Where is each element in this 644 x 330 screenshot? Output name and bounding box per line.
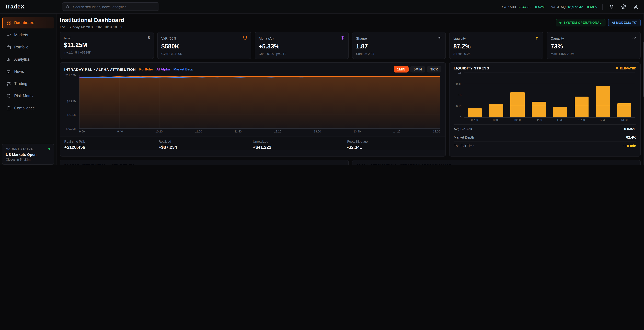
market-status-label: MARKET STATUS	[6, 147, 33, 150]
intraday-pnl-panel: INTRADAY P&L • ALPHA ATTRIBUTION Portfol…	[60, 62, 446, 156]
pnl-stat: Unrealized +$41,222	[253, 140, 347, 150]
sidebar-label: Risk Matrix	[14, 94, 34, 98]
sidebar: Dashboard Markets Portfolio Analytics Ne…	[0, 14, 56, 165]
liquidity-stat-row: Avg Bid-Ask 0.035%	[454, 125, 636, 133]
pulse-icon	[438, 35, 442, 41]
page-title: Institutional Dashboard	[60, 17, 124, 24]
user-profile-icon[interactable]	[632, 3, 639, 10]
pnl-stat: Real-time P&L +$128,456	[64, 140, 159, 150]
sidebar-label: Trading	[14, 82, 27, 86]
brain-icon	[340, 35, 344, 41]
sidebar-item-markets[interactable]: Markets	[2, 29, 54, 41]
system-status-dot	[560, 22, 562, 24]
main-content: Institutional Dashboard Live • Sunday, M…	[56, 14, 644, 165]
liquidity-bar	[553, 107, 567, 117]
pnl-legend: PortfolioAI AlphaMarket Beta	[139, 67, 192, 71]
liquidity-bar	[596, 86, 610, 117]
notifications-bell-icon[interactable]	[608, 3, 615, 10]
liquidity-bar	[510, 92, 524, 117]
kpi-sub: CVaR: $1100K	[161, 52, 247, 56]
sidebar-item-compliance[interactable]: Compliance	[2, 102, 54, 114]
timeframe-buttons: 1MIN5MINTICK	[394, 66, 442, 73]
index-change: +0.68%	[585, 5, 597, 9]
liquidity-chart: 00.150.30.450.6 09:3010:0010:3011:0011:3…	[454, 72, 636, 122]
kpi-sub: ↑ +1.14% | +$128K	[64, 51, 150, 54]
sidebar-item-dashboard[interactable]: Dashboard	[2, 17, 54, 29]
dollar-icon: $	[148, 35, 150, 40]
sidebar-label: Compliance	[14, 106, 35, 110]
liquidity-stat-row: Est. Exit Time ~18 min	[454, 142, 636, 150]
liquidity-x-axis: 09:3010:0010:3011:0011:3012:0012:3013:00	[464, 119, 635, 122]
index-label: NASDAQ	[551, 5, 566, 9]
ai-models-badge: AI MODELS: 7/7	[608, 19, 640, 27]
global-search[interactable]	[62, 2, 159, 11]
pnl-stat: Fees/Slippage -$2,341	[347, 140, 442, 150]
index-label: S&P 500	[502, 5, 516, 9]
index-value: 5,847.32	[518, 5, 532, 9]
kpi-value: $580K	[161, 43, 247, 50]
pnl-x-axis: 9:009:4010:2011:0011:4012:2013:0013:4014…	[79, 130, 440, 133]
kpi-capacity: Capacity 73% Max: $45M AUM	[546, 32, 640, 59]
kpi-liquidity: Liquidity 87.2% Stress: 0.28	[449, 32, 544, 59]
trend-up-icon	[632, 35, 636, 41]
sidebar-item-analytics[interactable]: Analytics	[2, 54, 54, 65]
elevated-badge: ELEVATED	[616, 66, 636, 70]
market-open-dot	[48, 148, 50, 150]
pnl-y-axis: $11.63M$5.95M$2.95M$-0.05M	[64, 75, 78, 129]
timeframe-button[interactable]: TICK	[427, 66, 442, 73]
sidebar-label: Portfolio	[14, 45, 28, 49]
market-indices: S&P 500 5,847.32 +0.52% NASDAQ 18,972.42…	[502, 5, 597, 9]
settings-gear-icon[interactable]	[620, 3, 627, 10]
kpi-value: $11.25M	[64, 42, 150, 49]
sidebar-item-portfolio[interactable]: Portfolio	[2, 41, 54, 53]
liquidity-plot-area	[464, 73, 635, 118]
liquidity-bar	[617, 103, 631, 117]
legend-item[interactable]: Portfolio	[139, 67, 153, 71]
kpi-value: 1.87	[356, 43, 442, 50]
index-value: 18,972.42	[568, 5, 583, 9]
liquidity-title: LIQUIDITY STRESS	[454, 66, 489, 70]
index-ticker: S&P 500 5,847.32 +0.52%	[502, 5, 545, 9]
topbar-divider	[602, 4, 603, 10]
factor-attribution-panel: FACTOR ATTRIBUTION • MTD RETURN Market B…	[60, 160, 348, 165]
liquidity-y-axis: 00.150.30.450.6	[454, 73, 462, 118]
sidebar-label: Dashboard	[14, 21, 34, 25]
timeframe-button[interactable]: 5MIN	[410, 66, 425, 73]
app-root: TradeX S&P 500 5,847.32 +0.52% NASDAQ	[0, 0, 644, 165]
index-change: +0.52%	[533, 5, 545, 9]
kpi-cards: NAV $ $11.25M ↑ +1.14% | +$128K VaR (95%…	[60, 32, 640, 59]
timeframe-button[interactable]: 1MIN	[394, 66, 408, 73]
kpi-alpha: Alpha (AI) +5.33% Conf: 97% | β=1.12	[254, 32, 348, 59]
market-status-card: MARKET STATUS US Markets Open Closes in …	[2, 144, 54, 165]
sidebar-item-trading[interactable]: Trading	[2, 78, 54, 89]
search-icon	[66, 5, 70, 9]
kpi-sharpe: Sharpe 1.87 Sortino: 2.34	[352, 32, 446, 59]
kpi-sub: Sortino: 2.34	[356, 52, 442, 56]
kpi-value: 73%	[551, 43, 636, 50]
pnl-chart: $11.63M$5.95M$2.95M$-0.05M	[64, 75, 442, 133]
sidebar-label: News	[14, 69, 24, 74]
factor-title: FACTOR ATTRIBUTION • MTD RETURN	[64, 164, 136, 165]
market-status-value: US Markets Open	[6, 152, 50, 156]
kpi-sub: Stress: 0.28	[454, 52, 539, 56]
market-closes-in: Closes in 5h 23m	[6, 157, 50, 161]
liquidity-stat-row: Market Depth 82.4%	[454, 133, 636, 142]
kpi-var: VaR (95%) $580K CVaR: $1100K	[157, 32, 251, 59]
liquidity-bar	[574, 97, 588, 117]
liquidity-stats: Avg Bid-Ask 0.035% Market Depth 82.4% Es…	[454, 124, 636, 150]
sidebar-item-risk-matrix[interactable]: Risk Matrix	[2, 90, 54, 102]
legend-item[interactable]: AI Alpha	[156, 67, 170, 71]
kpi-nav: NAV $ $11.25M ↑ +1.14% | +$128K	[60, 32, 154, 59]
page-subtitle: Live • Sunday, March 30, 2026 10:34:18 E…	[60, 25, 124, 29]
sidebar-label: Markets	[14, 33, 28, 37]
liquidity-bar	[532, 102, 546, 117]
search-input[interactable]	[72, 4, 156, 9]
scrollbar-thumb[interactable]	[643, 42, 644, 97]
bolt-icon	[535, 35, 539, 41]
alpha-attribution-panel: ALPHA ATTRIBUTION • STRATEGY PERFORMANCE…	[352, 160, 640, 165]
kpi-value: 87.2%	[454, 43, 539, 50]
legend-item[interactable]: Market Beta	[173, 67, 192, 71]
kpi-value: +5.33%	[258, 43, 344, 50]
topbar: TradeX S&P 500 5,847.32 +0.52% NASDAQ	[0, 0, 644, 14]
sidebar-item-news[interactable]: News	[2, 66, 54, 77]
